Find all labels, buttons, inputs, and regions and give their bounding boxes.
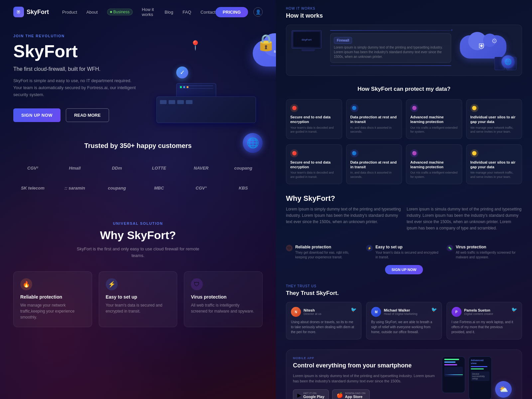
nav-faq[interactable]: FAQ: [183, 10, 191, 15]
app-store-name: App Store: [345, 395, 365, 399]
protect-title-4: Secure end to end data encryption: [290, 160, 338, 170]
user-icon[interactable]: 👤: [253, 7, 263, 17]
why-title: Why SkyFort?: [13, 229, 263, 242]
protect-item-2: 🟣 Advanced machine learning protection O…: [406, 99, 462, 139]
nav-how[interactable]: How it works: [142, 7, 155, 17]
trusted-section: Trusted by 350+ happy customers CGV² Hma…: [0, 122, 276, 208]
protect-desc-7: We manage your network traffic, and serv…: [470, 171, 518, 179]
pricing-button[interactable]: PRICING: [215, 7, 248, 17]
protect-icon-0: 🔴: [290, 104, 298, 112]
app-store-button[interactable]: 🍎 DOWNLOAD ON App Store: [332, 389, 370, 399]
feature-title-virus: Virus protection: [191, 294, 256, 300]
signup-button[interactable]: SIGN UP NOW: [13, 108, 61, 122]
brand-coupang2: coupang: [97, 182, 136, 195]
phone-label: Advanced view: [471, 359, 489, 365]
trusted-title: Trusted by 350+ happy customers: [13, 142, 263, 150]
why-feat-desc-easy: Your team's data is secured and encrypte…: [375, 250, 442, 260]
logo[interactable]: ⛨ SkyFort: [13, 7, 49, 17]
protect-icon-6: 🟣: [410, 149, 418, 157]
protect-desc-2: Our AIs crafts a intelligent extended fo…: [410, 126, 458, 134]
test-text-1: By using SkyFort, we are able to breath …: [371, 320, 437, 334]
feature-icon-easy: ⚡: [106, 278, 118, 290]
brand-kbs: KBS: [224, 182, 263, 195]
google-play-button[interactable]: ▶ GET IT ON Google Play: [293, 389, 329, 399]
laptop-screen: SkyFort: [293, 32, 320, 47]
test-avatar-2: P: [452, 307, 462, 317]
twitter-icon-1: 🐦: [431, 307, 437, 312]
mobile-content: MOBILE APP Control everything from your …: [293, 356, 435, 399]
twitter-icon-2: 🐦: [511, 307, 517, 312]
nav-contact[interactable]: Contact: [200, 10, 215, 15]
feature-title-easy: Easy to set up: [106, 294, 171, 300]
phone-device-box: Device successfully setup: [471, 371, 489, 381]
protect-desc-5: In, and data discs it assorted in second…: [350, 171, 398, 179]
feature-icon-reliable: 🔥: [20, 278, 32, 290]
laptop-stand: [302, 49, 315, 51]
protect-desc-3: We manage your network traffic, and serv…: [470, 126, 518, 134]
nav-blog[interactable]: Blog: [165, 10, 173, 15]
mobile-screens: Advanced view Device successfully setup …: [442, 356, 515, 399]
protect-grid-row2: 🔴 Secure end to end data encryption Your…: [286, 144, 522, 184]
firewall-badge: Firewall: [334, 37, 352, 44]
nav-product[interactable]: Product: [62, 10, 77, 15]
feature-virus: 🛡 Virus protection All web traffic is in…: [184, 271, 263, 327]
protect-title-0: Secure end to end data encryption: [290, 115, 338, 124]
store-buttons: ▶ GET IT ON Google Play 🍎 DOWNLOAD ON Ap…: [293, 389, 435, 399]
logo-icon: ⛨: [13, 7, 24, 17]
phone-cloud-icon: ⛅: [495, 381, 515, 399]
test-avatar-0: N: [291, 307, 301, 317]
cloud-r-shield-icon: ⛨: [478, 42, 485, 51]
nav-business[interactable]: Business: [107, 9, 133, 15]
phone-chart: [444, 367, 463, 377]
protect-item-0: 🔴 Secure end to end data encryption Your…: [286, 99, 342, 139]
test-user-0: N Nitesh Director at us: [291, 307, 322, 317]
why-desc: SkyFort is the first and only easy to us…: [71, 246, 204, 260]
protect-item-7: 🟡 Individual user silos to air gap your …: [466, 144, 522, 184]
why-feat-title-easy: Easy to set up: [375, 245, 442, 249]
why-feat-text-virus: Virus protection All web traffic is inte…: [456, 245, 522, 260]
protect-desc-0: Your team's data is decoded and are guid…: [290, 126, 338, 134]
protect-title-6: Advanced machine learning protection: [410, 160, 458, 170]
globe-right: 🌐: [501, 55, 515, 68]
chart-line: [444, 374, 463, 375]
nav-about[interactable]: About: [86, 10, 98, 15]
feature-reliable: 🔥 Reliable protection We manage your net…: [13, 271, 92, 327]
protect-icon-3: 🟡: [470, 104, 478, 112]
why-feat-text-easy: Easy to set up Your team's data is secur…: [375, 245, 442, 260]
brand-naver: NAVER: [182, 162, 221, 175]
google-play-text: GET IT ON Google Play: [303, 392, 325, 399]
why-right-section: Why SkyFort? Lorem Ipsum is simply dummy…: [286, 194, 522, 275]
test-name-1: Michael Walker: [384, 308, 417, 312]
laptop-body: SkyFort: [292, 30, 322, 49]
hero-buttons: SIGN UP NOW READ MORE: [13, 108, 263, 122]
logo-text: SkyFort: [27, 9, 49, 16]
google-play-label-top: GET IT ON: [303, 392, 325, 395]
phone-device-text: Device successfully setup: [472, 373, 488, 380]
brand-saramin: :: saramin: [56, 182, 94, 195]
nav-links: Product About Business How it works Blog…: [62, 7, 215, 17]
nav-business-label: Business: [113, 10, 130, 14]
why-feat-desc-virus: All web traffic is intelligently screene…: [456, 250, 522, 260]
hero-title: SkyFort: [13, 42, 263, 61]
right-panel: HOW IT WORKS How it works SkyFort ›: [276, 0, 532, 399]
test-header-2: P Pamela Sueton Digital content creator …: [452, 307, 517, 317]
why-feature-reliable: 🛡 Reliable protection They get download …: [286, 245, 361, 260]
arrow-head1: ›: [451, 28, 453, 32]
how-section: HOW IT WORKS How it works SkyFort ›: [286, 7, 522, 76]
google-play-name: Google Play: [303, 395, 325, 399]
mobile-badge: MOBILE APP: [293, 356, 435, 360]
why-features-grid: 🛡 Reliable protection They get download …: [286, 245, 522, 260]
arrow-line2: [330, 66, 451, 66]
signup-small-button[interactable]: SIGN UP NOW: [385, 265, 423, 274]
nav-business-dot: [110, 11, 112, 13]
phone-bar-blue: [444, 361, 456, 363]
test-user-2: P Pamela Sueton Digital content creator: [452, 307, 493, 317]
brand-hmall: Hmall: [56, 162, 94, 175]
why-left-section: UNIVERSAL SOLUTION Why SkyFort? SkyFort …: [0, 208, 276, 337]
readmore-button[interactable]: READ MORE: [66, 108, 109, 122]
test-user-1: M Michael Walker Head of Digital Marketi…: [371, 307, 417, 317]
hero-description: SkyFort is simple and easy to use, no IT…: [13, 77, 140, 98]
protect-title-5: Data protection at rest and in transit: [350, 160, 398, 170]
laptop-visual: SkyFort: [292, 30, 325, 51]
how-badge: HOW IT WORKS: [286, 7, 522, 10]
